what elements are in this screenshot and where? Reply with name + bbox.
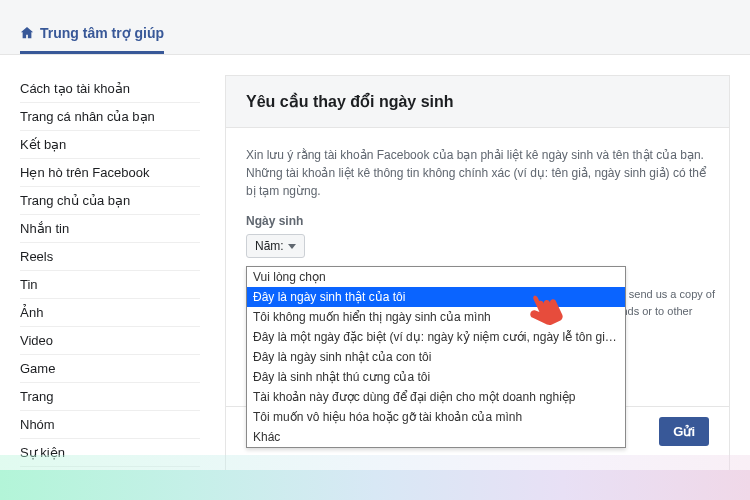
sidebar-item[interactable]: Trang chủ của bạn <box>20 187 200 215</box>
sidebar-item[interactable]: Ảnh <box>20 299 200 327</box>
header-bar: Trung tâm trợ giúp <box>0 0 750 55</box>
home-icon <box>20 26 34 40</box>
content-panel: Yêu cầu thay đổi ngày sinh Xin lưu ý rằn… <box>225 75 730 500</box>
submit-button[interactable]: Gửi <box>659 417 709 446</box>
caret-down-icon <box>288 244 296 249</box>
dropdown-option[interactable]: Đây là sinh nhật thú cưng của tôi <box>247 367 625 387</box>
help-center-link[interactable]: Trung tâm trợ giúp <box>20 11 164 54</box>
sidebar-item[interactable]: Hẹn hò trên Facebook <box>20 159 200 187</box>
dropdown-option[interactable]: Đây là ngày sinh thật của tôi <box>247 287 625 307</box>
year-select-label: Năm: <box>255 239 284 253</box>
sidebar-item[interactable]: Nhắn tin <box>20 215 200 243</box>
dropdown-option[interactable]: Đây là ngày sinh nhật của con tôi <box>247 347 625 367</box>
sidebar-item[interactable]: Trang <box>20 383 200 411</box>
decorative-gradient <box>0 455 750 470</box>
dropdown-option[interactable]: Vui lòng chọn <box>247 267 625 287</box>
sidebar-item[interactable]: Nhóm <box>20 411 200 439</box>
reason-dropdown[interactable]: Vui lòng chọn Đây là ngày sinh thật của … <box>246 266 626 448</box>
dropdown-option[interactable]: Tài khoản này được dùng để đại diện cho … <box>247 387 625 407</box>
description-text: Xin lưu ý rằng tài khoản Facebook của bạ… <box>246 146 709 200</box>
birthday-label: Ngày sinh <box>246 214 709 228</box>
sidebar-item[interactable]: Kết bạn <box>20 131 200 159</box>
sidebar-item[interactable]: Reels <box>20 243 200 271</box>
sidebar-item[interactable]: Game <box>20 355 200 383</box>
sidebar-item[interactable]: Tin <box>20 271 200 299</box>
header-title: Trung tâm trợ giúp <box>40 25 164 41</box>
page-title: Yêu cầu thay đổi ngày sinh <box>246 92 709 111</box>
year-select[interactable]: Năm: <box>246 234 305 258</box>
dropdown-option[interactable]: Khác <box>247 427 625 447</box>
sidebar-item[interactable]: Video <box>20 327 200 355</box>
content-header: Yêu cầu thay đổi ngày sinh <box>226 76 729 128</box>
sidebar: Cách tạo tài khoản Trang cá nhân của bạn… <box>20 75 200 500</box>
dropdown-option[interactable]: Tôi muốn vô hiệu hóa hoặc gỡ tài khoản c… <box>247 407 625 427</box>
decorative-gradient <box>0 470 750 500</box>
sidebar-item[interactable]: Trang cá nhân của bạn <box>20 103 200 131</box>
sidebar-item[interactable]: Cách tạo tài khoản <box>20 75 200 103</box>
